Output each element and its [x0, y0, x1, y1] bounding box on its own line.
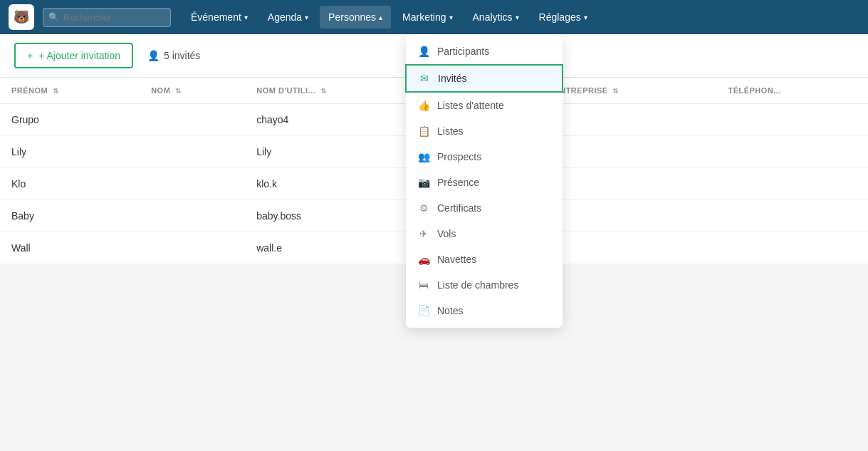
- gear-icon: ⚙: [417, 202, 430, 214]
- dropdown-item-liste-de-chambres[interactable]: 🛏Liste de chambres: [406, 272, 563, 298]
- col-entreprise[interactable]: ENTREPRISE ⇅: [543, 78, 716, 104]
- nav-marketing-label: Marketing: [402, 11, 446, 23]
- plus-icon: +: [27, 50, 33, 61]
- presence-icon: 📷: [417, 177, 430, 188]
- dropdown-item-label: Listes: [437, 125, 464, 137]
- personnes-dropdown: 👤Participants✉Invités👍Listes d'attente📋L…: [406, 34, 563, 328]
- dropdown-item-participants[interactable]: 👤Participants: [406, 38, 563, 64]
- envelope-icon: ✉: [418, 73, 431, 84]
- people-icon: 👥: [417, 151, 430, 162]
- note-icon: 📄: [417, 305, 430, 316]
- dropdown-item-label: Notes: [437, 305, 464, 316]
- guests-count: 👤 5 invités: [147, 50, 200, 61]
- sort-icon: ⇅: [612, 87, 619, 95]
- col-telephone[interactable]: TÉLÉPHON...: [716, 78, 868, 104]
- search-wrapper: 🔍: [43, 8, 171, 27]
- cell-telephone: [716, 104, 868, 136]
- cell-telephone: [716, 168, 868, 200]
- list-icon: 📋: [417, 125, 430, 137]
- dropdown-item-notes[interactable]: 📄Notes: [406, 298, 563, 323]
- nav-evenement-label: Événement: [191, 11, 241, 23]
- chevron-up-icon: ▴: [379, 14, 382, 21]
- nav-item-reglages[interactable]: Réglages ▾: [530, 6, 596, 28]
- add-invitation-label: + Ajouter invitation: [38, 50, 120, 61]
- sort-icon: ⇅: [53, 87, 59, 95]
- dropdown-item-invités[interactable]: ✉Invités: [405, 64, 563, 93]
- logo-icon: 🐻: [14, 9, 29, 25]
- cell-entreprise: [543, 200, 716, 232]
- cell-nom: [140, 232, 245, 264]
- cell-entreprise: [543, 232, 716, 264]
- chevron-down-icon: ▾: [305, 14, 308, 21]
- cell-telephone: [716, 232, 868, 264]
- cell-username: baby.boss: [245, 200, 429, 232]
- dropdown-item-label: Liste de chambres: [437, 279, 518, 291]
- chevron-down-icon: ▾: [516, 14, 519, 21]
- dropdown-item-label: Navettes: [437, 254, 476, 265]
- cell-entreprise: [543, 104, 716, 136]
- cell-prenom: Grupo: [0, 104, 140, 136]
- nav-personnes-label: Personnes: [328, 11, 376, 23]
- chevron-down-icon: ▾: [584, 14, 587, 21]
- cell-nom: [140, 200, 245, 232]
- dropdown-item-présence[interactable]: 📷Présence: [406, 170, 563, 195]
- cell-nom: [140, 104, 245, 136]
- cell-prenom: Klo: [0, 168, 140, 200]
- plane-icon: ✈: [417, 228, 430, 239]
- cell-prenom: Lily: [0, 136, 140, 168]
- sort-icon: ⇅: [320, 87, 327, 95]
- cell-username: klo.k: [245, 168, 429, 200]
- cell-username: wall.e: [245, 232, 429, 264]
- col-username[interactable]: NOM D'UTILI... ⇅: [245, 78, 429, 104]
- chevron-down-icon: ▾: [449, 14, 453, 21]
- sort-icon: ⇅: [175, 87, 182, 95]
- thumbsup-icon: 👍: [417, 100, 430, 111]
- bed-icon: 🛏: [417, 279, 430, 291]
- dropdown-item-label: Prospects: [437, 151, 481, 162]
- chevron-down-icon: ▾: [244, 14, 248, 21]
- nav-analytics-label: Analytics: [473, 11, 513, 23]
- cell-prenom: Wall: [0, 232, 140, 264]
- nav-item-marketing[interactable]: Marketing ▾: [394, 6, 461, 28]
- col-nom[interactable]: NOM ⇅: [140, 78, 245, 104]
- cell-username: chayo4: [245, 104, 429, 136]
- col-prenom[interactable]: PRÉNOM ⇅: [0, 78, 140, 104]
- add-invitation-button[interactable]: + + Ajouter invitation: [14, 43, 133, 68]
- navbar: 🐻 🔍 Événement ▾ Agenda ▾ Personnes ▴ Mar…: [0, 0, 868, 34]
- dropdown-item-label: Listes d'attente: [437, 100, 504, 111]
- cell-telephone: [716, 136, 868, 168]
- nav-item-agenda[interactable]: Agenda ▾: [259, 6, 317, 28]
- car-icon: 🚗: [417, 254, 430, 265]
- cell-prenom: Baby: [0, 200, 140, 232]
- person-icon: 👤: [417, 46, 430, 57]
- dropdown-item-prospects[interactable]: 👥Prospects: [406, 144, 563, 170]
- person-icon: 👤: [147, 50, 160, 61]
- nav-item-evenement[interactable]: Événement ▾: [182, 6, 256, 28]
- dropdown-item-navettes[interactable]: 🚗Navettes: [406, 247, 563, 272]
- guests-count-label: 5 invités: [164, 50, 200, 61]
- nav-item-personnes[interactable]: Personnes ▴: [320, 6, 391, 28]
- app-logo[interactable]: 🐻: [9, 4, 34, 30]
- dropdown-item-certificats[interactable]: ⚙Certificats: [406, 195, 563, 221]
- dropdown-item-vols[interactable]: ✈Vols: [406, 221, 563, 247]
- nav-agenda-label: Agenda: [268, 11, 302, 23]
- dropdown-item-label: Vols: [437, 228, 456, 239]
- cell-nom: [140, 136, 245, 168]
- dropdown-item-label: Invités: [438, 73, 466, 84]
- cell-nom: [140, 168, 245, 200]
- cell-username: Lily: [245, 136, 429, 168]
- dropdown-item-listes-d'attente[interactable]: 👍Listes d'attente: [406, 93, 563, 118]
- nav-item-analytics[interactable]: Analytics ▾: [464, 6, 528, 28]
- cell-entreprise: [543, 136, 716, 168]
- search-input[interactable]: [43, 8, 171, 27]
- cell-telephone: [716, 200, 868, 232]
- dropdown-item-label: Participants: [437, 46, 489, 57]
- dropdown-item-listes[interactable]: 📋Listes: [406, 118, 563, 144]
- dropdown-item-label: Certificats: [437, 202, 481, 214]
- nav-reglages-label: Réglages: [539, 11, 581, 23]
- cell-entreprise: [543, 168, 716, 200]
- dropdown-item-label: Présence: [437, 177, 479, 188]
